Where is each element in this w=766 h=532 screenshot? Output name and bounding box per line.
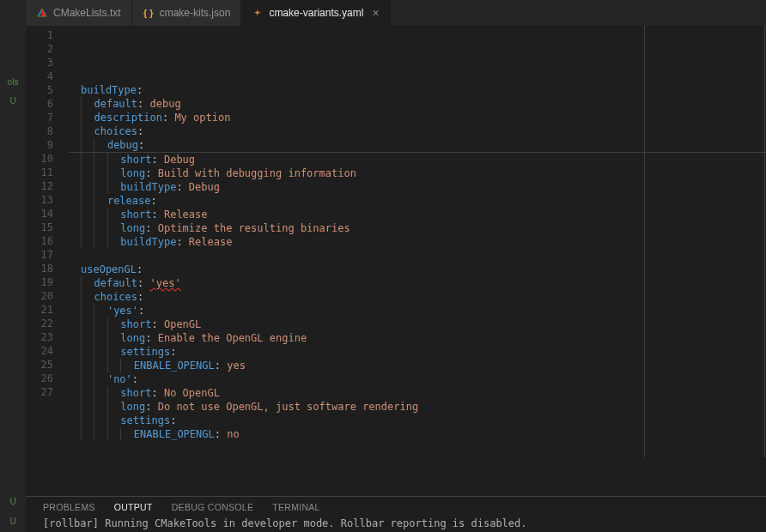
bottom-panel: PROBLEMS OUTPUT DEBUG CONSOLE TERMINAL […: [26, 496, 766, 532]
line-number-gutter: 1234567891011121314151617181920212223242…: [26, 26, 69, 496]
activity-item-u[interactable]: U: [3, 92, 24, 109]
tab-cmakelists[interactable]: CMakeLists.txt: [26, 0, 132, 26]
activity-bar: ols U U U: [0, 0, 26, 532]
code-content[interactable]: buildType: default: debug description: M…: [69, 26, 766, 496]
close-icon[interactable]: ×: [372, 6, 379, 20]
panel-tab-output[interactable]: OUTPUT: [114, 502, 153, 512]
output-content: [rollbar] Running CMakeTools in develope…: [26, 516, 766, 531]
panel-tab-problems[interactable]: PROBLEMS: [43, 502, 95, 512]
tab-cmake-kits[interactable]: { } cmake-kits.json: [132, 0, 242, 26]
panel-tab-debug-console[interactable]: DEBUG CONSOLE: [172, 502, 254, 512]
activity-item-u-bottom1[interactable]: U: [3, 493, 24, 510]
tab-label: CMakeLists.txt: [53, 7, 121, 19]
main-area: CMakeLists.txt { } cmake-kits.json ✦ cma…: [26, 0, 766, 532]
panel-tab-bar: PROBLEMS OUTPUT DEBUG CONSOLE TERMINAL: [26, 497, 766, 516]
activity-item-u-bottom2[interactable]: U: [3, 512, 24, 529]
json-file-icon: { }: [143, 7, 155, 19]
code-editor[interactable]: 1234567891011121314151617181920212223242…: [26, 26, 766, 496]
yaml-file-icon: ✦: [252, 7, 264, 19]
tab-cmake-variants[interactable]: ✦ cmake-variants.yaml ×: [241, 0, 390, 26]
tab-label: cmake-kits.json: [160, 7, 231, 19]
tab-bar: CMakeLists.txt { } cmake-kits.json ✦ cma…: [26, 0, 766, 26]
activity-item[interactable]: ols: [3, 73, 24, 90]
svg-marker-2: [38, 9, 42, 16]
svg-marker-1: [42, 9, 46, 16]
cmake-file-icon: [36, 7, 48, 19]
tab-label: cmake-variants.yaml: [269, 7, 363, 19]
panel-tab-terminal[interactable]: TERMINAL: [272, 502, 320, 512]
